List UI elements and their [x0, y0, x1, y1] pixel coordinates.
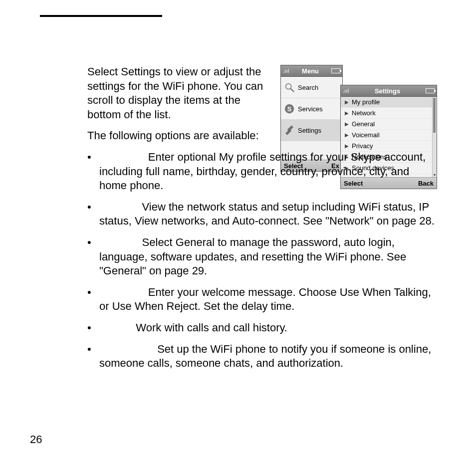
list-item: Enter optional My profile settings for y…: [87, 150, 437, 193]
list-item: Select General to manage the password, a…: [87, 236, 437, 278]
list-item-text: Enter optional My profile settings for y…: [99, 151, 429, 192]
list-item: Set up the WiFi phone to notify you if s…: [87, 342, 437, 371]
header-rule: [40, 15, 162, 17]
intro-paragraph-1: Select Settings to view or adjust the se…: [87, 65, 275, 122]
intro-paragraph-2: The following options are available:: [87, 129, 275, 143]
list-item-text: View the network status and setup includ…: [99, 201, 435, 228]
list-item-text: Work with calls and call history.: [99, 321, 287, 334]
list-item: View the network status and setup includ…: [87, 200, 437, 229]
main-content: Select Settings to view or adjust the se…: [87, 65, 437, 378]
page-number: 26: [30, 433, 42, 446]
list-item-text: Select General to manage the password, a…: [99, 236, 409, 277]
list-item-text: Enter your welcome message. Choose Use W…: [99, 286, 434, 313]
list-item: Enter your welcome message. Choose Use W…: [87, 285, 437, 314]
list-item-text: Set up the WiFi phone to notify you if s…: [99, 343, 434, 370]
options-list: Enter optional My profile settings for y…: [87, 150, 437, 371]
list-item: Work with calls and call history.: [87, 321, 437, 335]
